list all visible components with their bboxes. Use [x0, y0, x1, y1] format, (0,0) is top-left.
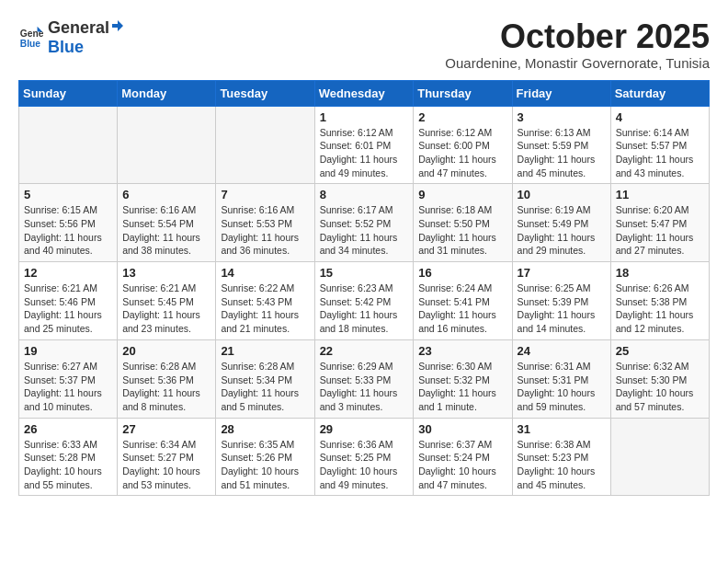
day-number: 6 — [122, 188, 210, 201]
calendar-week-row: 5Sunrise: 6:15 AM Sunset: 5:56 PM Daylig… — [19, 184, 710, 262]
calendar-cell: 23Sunrise: 6:30 AM Sunset: 5:32 PM Dayli… — [414, 339, 512, 418]
day-info: Sunrise: 6:13 AM Sunset: 5:59 PM Dayligh… — [518, 126, 606, 180]
day-number: 29 — [320, 422, 409, 436]
calendar-cell: 15Sunrise: 6:23 AM Sunset: 5:42 PM Dayli… — [314, 262, 414, 340]
day-number: 12 — [24, 266, 112, 280]
calendar-cell — [216, 106, 314, 184]
day-number: 26 — [24, 422, 112, 436]
day-number: 1 — [320, 110, 409, 124]
day-info: Sunrise: 6:16 AM Sunset: 5:54 PM Dayligh… — [122, 203, 210, 258]
day-info: Sunrise: 6:31 AM Sunset: 5:31 PM Dayligh… — [518, 360, 606, 414]
day-number: 23 — [418, 344, 506, 358]
calendar-cell — [610, 418, 709, 496]
logo-icon: General Blue — [18, 25, 44, 51]
day-number: 11 — [616, 188, 704, 201]
svg-text:Blue: Blue — [20, 39, 41, 49]
day-info: Sunrise: 6:34 AM Sunset: 5:27 PM Dayligh… — [122, 438, 210, 492]
day-info: Sunrise: 6:24 AM Sunset: 5:41 PM Dayligh… — [418, 282, 506, 336]
calendar-cell — [118, 106, 216, 184]
day-number: 2 — [418, 110, 506, 124]
weekday-header-wednesday: Wednesday — [314, 80, 414, 106]
calendar-cell: 18Sunrise: 6:26 AM Sunset: 5:38 PM Dayli… — [610, 262, 709, 340]
calendar-cell: 5Sunrise: 6:15 AM Sunset: 5:56 PM Daylig… — [19, 184, 118, 262]
day-info: Sunrise: 6:18 AM Sunset: 5:50 PM Dayligh… — [418, 203, 506, 258]
day-info: Sunrise: 6:33 AM Sunset: 5:28 PM Dayligh… — [24, 438, 112, 492]
location-subtitle: Ouardenine, Monastir Governorate, Tunisi… — [445, 55, 710, 71]
calendar-week-row: 26Sunrise: 6:33 AM Sunset: 5:28 PM Dayli… — [19, 418, 710, 496]
calendar-cell: 21Sunrise: 6:28 AM Sunset: 5:34 PM Dayli… — [216, 339, 314, 418]
day-info: Sunrise: 6:28 AM Sunset: 5:34 PM Dayligh… — [221, 360, 309, 414]
calendar-cell — [19, 106, 118, 184]
day-number: 5 — [24, 188, 112, 201]
day-number: 22 — [320, 344, 409, 358]
calendar-cell: 27Sunrise: 6:34 AM Sunset: 5:27 PM Dayli… — [118, 418, 216, 496]
day-number: 9 — [418, 188, 506, 201]
calendar-cell: 3Sunrise: 6:13 AM Sunset: 5:59 PM Daylig… — [512, 106, 610, 184]
day-info: Sunrise: 6:27 AM Sunset: 5:37 PM Dayligh… — [24, 360, 112, 414]
day-number: 21 — [221, 344, 309, 358]
calendar-cell: 2Sunrise: 6:12 AM Sunset: 6:00 PM Daylig… — [414, 106, 512, 184]
day-number: 30 — [418, 422, 506, 436]
day-info: Sunrise: 6:29 AM Sunset: 5:33 PM Dayligh… — [320, 360, 409, 414]
day-info: Sunrise: 6:32 AM Sunset: 5:30 PM Dayligh… — [616, 360, 704, 414]
weekday-header-friday: Friday — [512, 80, 610, 106]
calendar-cell: 4Sunrise: 6:14 AM Sunset: 5:57 PM Daylig… — [610, 106, 709, 184]
calendar-cell: 17Sunrise: 6:25 AM Sunset: 5:39 PM Dayli… — [512, 262, 610, 340]
calendar-table: SundayMondayTuesdayWednesdayThursdayFrid… — [18, 80, 710, 497]
logo-blue: Blue — [48, 38, 84, 56]
day-number: 14 — [221, 266, 309, 280]
calendar-cell: 31Sunrise: 6:38 AM Sunset: 5:23 PM Dayli… — [512, 418, 610, 496]
page-header: General Blue General Blue October 2025 O… — [18, 18, 710, 71]
calendar-cell: 12Sunrise: 6:21 AM Sunset: 5:46 PM Dayli… — [19, 262, 118, 340]
day-info: Sunrise: 6:22 AM Sunset: 5:43 PM Dayligh… — [221, 282, 309, 336]
day-number: 15 — [320, 266, 409, 280]
calendar-cell: 13Sunrise: 6:21 AM Sunset: 5:45 PM Dayli… — [118, 262, 216, 340]
calendar-cell: 29Sunrise: 6:36 AM Sunset: 5:25 PM Dayli… — [314, 418, 414, 496]
day-number: 13 — [122, 266, 210, 280]
day-number: 17 — [518, 266, 606, 280]
calendar-week-row: 12Sunrise: 6:21 AM Sunset: 5:46 PM Dayli… — [19, 262, 710, 340]
calendar-cell: 16Sunrise: 6:24 AM Sunset: 5:41 PM Dayli… — [414, 262, 512, 340]
day-info: Sunrise: 6:16 AM Sunset: 5:53 PM Dayligh… — [221, 203, 309, 258]
day-info: Sunrise: 6:17 AM Sunset: 5:52 PM Dayligh… — [320, 203, 409, 258]
day-info: Sunrise: 6:21 AM Sunset: 5:45 PM Dayligh… — [122, 282, 210, 336]
day-number: 31 — [518, 422, 606, 436]
day-number: 3 — [518, 110, 606, 124]
day-info: Sunrise: 6:25 AM Sunset: 5:39 PM Dayligh… — [518, 282, 606, 336]
day-number: 18 — [616, 266, 704, 280]
calendar-week-row: 1Sunrise: 6:12 AM Sunset: 6:01 PM Daylig… — [19, 106, 710, 184]
day-number: 20 — [122, 344, 210, 358]
day-info: Sunrise: 6:14 AM Sunset: 5:57 PM Dayligh… — [616, 126, 704, 180]
calendar-header-row: SundayMondayTuesdayWednesdayThursdayFrid… — [19, 80, 710, 106]
weekday-header-tuesday: Tuesday — [216, 80, 314, 106]
title-block: October 2025 Ouardenine, Monastir Govern… — [445, 18, 710, 71]
calendar-cell: 28Sunrise: 6:35 AM Sunset: 5:26 PM Dayli… — [216, 418, 314, 496]
calendar-cell: 8Sunrise: 6:17 AM Sunset: 5:52 PM Daylig… — [314, 184, 414, 262]
day-number: 28 — [221, 422, 309, 436]
calendar-cell: 6Sunrise: 6:16 AM Sunset: 5:54 PM Daylig… — [118, 184, 216, 262]
weekday-header-monday: Monday — [118, 80, 216, 106]
calendar-cell: 11Sunrise: 6:20 AM Sunset: 5:47 PM Dayli… — [610, 184, 709, 262]
calendar-cell: 30Sunrise: 6:37 AM Sunset: 5:24 PM Dayli… — [414, 418, 512, 496]
day-info: Sunrise: 6:15 AM Sunset: 5:56 PM Dayligh… — [24, 203, 112, 258]
calendar-cell: 20Sunrise: 6:28 AM Sunset: 5:36 PM Dayli… — [118, 339, 216, 418]
day-info: Sunrise: 6:21 AM Sunset: 5:46 PM Dayligh… — [24, 282, 112, 336]
calendar-cell: 19Sunrise: 6:27 AM Sunset: 5:37 PM Dayli… — [19, 339, 118, 418]
day-info: Sunrise: 6:36 AM Sunset: 5:25 PM Dayligh… — [320, 438, 409, 492]
day-number: 16 — [418, 266, 506, 280]
day-info: Sunrise: 6:12 AM Sunset: 6:01 PM Dayligh… — [320, 126, 409, 180]
calendar-cell: 22Sunrise: 6:29 AM Sunset: 5:33 PM Dayli… — [314, 339, 414, 418]
logo: General Blue General Blue — [18, 18, 126, 57]
logo-arrow-icon — [110, 18, 125, 33]
day-info: Sunrise: 6:37 AM Sunset: 5:24 PM Dayligh… — [418, 438, 506, 492]
calendar-cell: 1Sunrise: 6:12 AM Sunset: 6:01 PM Daylig… — [314, 106, 414, 184]
day-number: 24 — [518, 344, 606, 358]
calendar-cell: 7Sunrise: 6:16 AM Sunset: 5:53 PM Daylig… — [216, 184, 314, 262]
day-info: Sunrise: 6:26 AM Sunset: 5:38 PM Dayligh… — [616, 282, 704, 336]
day-info: Sunrise: 6:19 AM Sunset: 5:49 PM Dayligh… — [518, 203, 606, 258]
calendar-cell: 9Sunrise: 6:18 AM Sunset: 5:50 PM Daylig… — [414, 184, 512, 262]
svg-marker-3 — [112, 20, 123, 31]
day-info: Sunrise: 6:28 AM Sunset: 5:36 PM Dayligh… — [122, 360, 210, 414]
day-number: 7 — [221, 188, 309, 201]
day-info: Sunrise: 6:20 AM Sunset: 5:47 PM Dayligh… — [616, 203, 704, 258]
